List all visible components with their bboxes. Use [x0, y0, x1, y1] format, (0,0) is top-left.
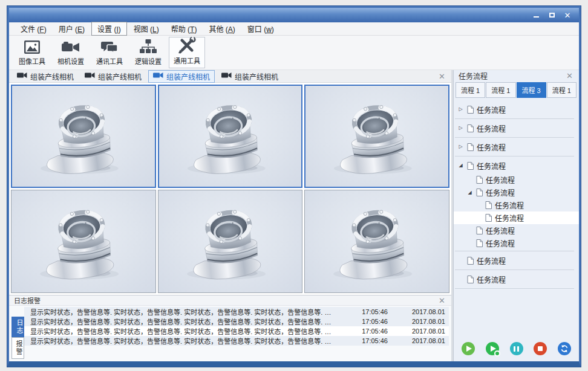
toolbar-item-camera-settings[interactable]: 相机设置 — [53, 37, 89, 68]
log-row-1[interactable]: 显示实时状态，告警信息等. 实时状态，告警信息等. 实时状态，告警信息等. 实时… — [24, 317, 449, 326]
toolbar-item-label: 通讯工具 — [96, 56, 123, 66]
menu-item-label: ) — [272, 25, 274, 34]
flow-tabs: 流程 1流程 1流程 3流程 1 — [454, 82, 579, 99]
desktop: ✕ 文件 (F)用户 (E)设置 (I)视图 (L)帮助 (T)其他 (A)窗口… — [0, 0, 588, 371]
tree-separator — [455, 269, 574, 270]
menu-shortcut-key: w — [266, 25, 272, 34]
menu-item-2[interactable]: 设置 (I) — [91, 22, 127, 36]
menu-item-label: 视图 ( — [134, 25, 152, 34]
metal-part-image — [171, 88, 290, 184]
log-date: 2017.08.01 — [388, 308, 445, 315]
log-row-2[interactable]: 显示实时状态，告警信息等. 实时状态，告警信息等. 实时状态，告警信息等. 实时… — [24, 326, 449, 336]
tree-item-2[interactable]: ▷任务流程 — [454, 139, 579, 155]
camera-tab-0[interactable]: 组装产线相机 — [13, 71, 78, 82]
task-flow-panel: 任务流程 ✕ 流程 1流程 1流程 3流程 1 ▷任务流程▷任务流程▷任务流程◢… — [453, 70, 579, 361]
tree-item-4[interactable]: 任务流程 — [454, 173, 579, 186]
tree-item-8[interactable]: 任务流程 — [454, 224, 579, 237]
menu-item-0[interactable]: 文件 (F) — [15, 22, 52, 35]
close-icon[interactable]: ✕ — [437, 73, 446, 80]
metal-part-image — [317, 88, 437, 184]
tree-item-0[interactable]: ▷任务流程 — [454, 102, 579, 117]
maximize-button[interactable] — [544, 10, 560, 21]
tree-item-label: 任务流程 — [477, 256, 506, 266]
tree-collapsed-icon[interactable]: ▷ — [457, 107, 464, 112]
log-panel-header: 日志报警 ✕ — [9, 295, 451, 306]
camera-grid — [9, 83, 451, 295]
tree-item-1[interactable]: ▷任务流程 — [454, 120, 579, 136]
minimize-button[interactable] — [528, 10, 544, 21]
flow-tab-0[interactable]: 流程 1 — [456, 82, 485, 98]
play-button[interactable] — [462, 342, 475, 355]
menu-item-6[interactable]: 窗口 (w) — [242, 22, 279, 35]
tree-item-label: 任务流程 — [495, 213, 524, 223]
tree-item-label: 任务流程 — [486, 238, 515, 248]
camera-tab-label: 组装产线相机 — [235, 71, 278, 82]
document-icon — [467, 124, 474, 132]
metal-part-image — [316, 192, 437, 290]
tree-item-10[interactable]: 任务流程 — [454, 253, 579, 268]
metal-part-image — [24, 88, 143, 184]
log-date: 2017.08.01 — [388, 327, 445, 335]
menu-item-5[interactable]: 其他 (A) — [203, 22, 240, 35]
flow-tab-1[interactable]: 流程 1 — [486, 82, 515, 98]
pause-button[interactable] — [510, 342, 523, 355]
menu-item-1[interactable]: 用户 (E) — [53, 22, 90, 35]
tab-alarm[interactable]: 报警 — [11, 337, 24, 359]
camera-view-tile-5[interactable] — [304, 190, 449, 293]
flow-tab-3[interactable]: 流程 1 — [547, 82, 577, 98]
tree-item-7[interactable]: 任务流程 — [454, 211, 579, 224]
toolbar-item-communication-tools[interactable]: 通讯工具 — [91, 37, 128, 68]
menu-item-label: 窗口 ( — [247, 25, 266, 34]
log-row-0[interactable]: 显示实时状态，告警信息等. 实时状态，告警信息等. 实时状态，告警信息等. 实时… — [24, 307, 449, 317]
tree-item-11[interactable]: 任务流程 — [454, 271, 579, 287]
toolbar-item-image-tools[interactable]: 图像工具 — [14, 37, 50, 68]
sync-button[interactable] — [558, 342, 571, 355]
video-camera-icon — [221, 72, 232, 80]
sync-icon — [560, 344, 569, 353]
tree-item-5[interactable]: ◢任务流程 — [454, 186, 579, 199]
tree-item-9[interactable]: 任务流程 — [454, 237, 579, 250]
menubar: 文件 (F)用户 (E)设置 (I)视图 (L)帮助 (T)其他 (A)窗口 (… — [9, 22, 579, 36]
menu-item-label: ) — [157, 25, 159, 34]
close-icon[interactable]: ✕ — [437, 297, 446, 305]
camera-view-tile-1[interactable] — [158, 85, 303, 188]
menu-item-4[interactable]: 帮助 (T) — [166, 22, 203, 35]
tree-collapsed-icon[interactable]: ▷ — [457, 144, 464, 149]
tree-item-label: 任务流程 — [495, 200, 524, 210]
pause-icon — [517, 346, 519, 352]
document-icon — [485, 201, 492, 209]
camera-tab-3[interactable]: 组装产线相机 — [217, 71, 283, 82]
log-row-3[interactable]: 显示实时状态，告警信息等. 实时状态，告警信息等. 实时状态，告警信息等. 实时… — [24, 336, 449, 346]
camera-view-tile-0[interactable] — [11, 85, 156, 188]
tree-expanded-icon[interactable]: ◢ — [457, 163, 464, 168]
tree-collapsed-icon[interactable]: ▷ — [457, 126, 464, 131]
tree-item-3[interactable]: ◢任务流程 — [454, 158, 579, 173]
stop-button[interactable] — [534, 342, 547, 355]
tree-expanded-icon[interactable]: ◢ — [466, 190, 473, 195]
close-icon[interactable]: ✕ — [565, 72, 574, 80]
workspace: 组装产线相机组装产线相机组装产线相机组装产线相机 ✕ — [9, 70, 579, 361]
camera-view-tile-2[interactable] — [304, 85, 449, 188]
camera-tab-2[interactable]: 组装产线相机 — [148, 70, 215, 83]
tree-separator — [455, 156, 574, 156]
toolbar-item-logic-settings[interactable]: 逻辑设置 — [130, 37, 166, 68]
image-tools-icon — [23, 40, 41, 54]
camera-view-tile-4[interactable] — [158, 190, 303, 293]
titlebar[interactable]: ✕ — [9, 8, 579, 22]
close-button[interactable]: ✕ — [560, 10, 575, 21]
main-area: 组装产线相机组装产线相机组装产线相机组装产线相机 ✕ — [9, 70, 451, 361]
flow-tab-2[interactable]: 流程 3 — [517, 82, 546, 98]
tab-log[interactable]: 日志 — [11, 317, 24, 337]
tree-item-label: 任务流程 — [477, 142, 506, 152]
tree-item-6[interactable]: 任务流程 — [454, 199, 579, 211]
menu-item-label: 文件 ( — [21, 25, 39, 34]
camera-view-tile-3[interactable] — [11, 190, 156, 293]
camera-tab-1[interactable]: 组装产线相机 — [80, 71, 146, 82]
menu-item-3[interactable]: 视图 (L) — [128, 22, 165, 35]
camera-tabbar: 组装产线相机组装产线相机组装产线相机组装产线相机 ✕ — [9, 70, 451, 83]
log-time: 17:05:46 — [333, 318, 388, 325]
toolbar-item-general-tools[interactable]: 通用工具 — [169, 37, 205, 68]
camera-tab-label: 组装产线相机 — [30, 71, 74, 82]
toolbar-item-label: 图像工具 — [19, 56, 45, 66]
play-badge-button[interactable] — [486, 342, 499, 355]
